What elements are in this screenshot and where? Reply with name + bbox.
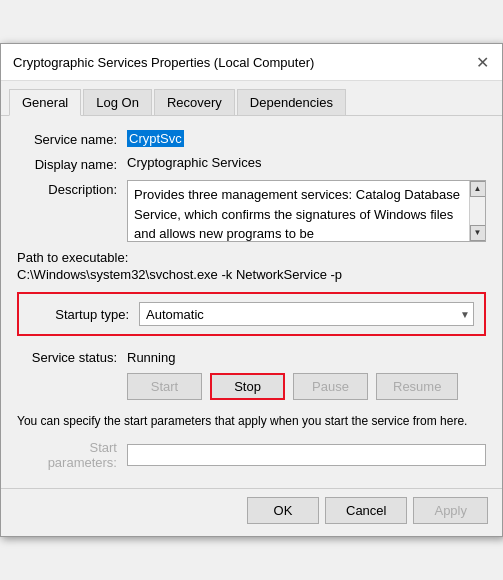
dialog-window: Cryptographic Services Properties (Local… [0, 43, 503, 537]
service-name-value: CryptSvc [127, 130, 184, 147]
path-label: Path to executable: [17, 250, 486, 265]
description-label: Description: [17, 180, 127, 197]
tab-recovery[interactable]: Recovery [154, 89, 235, 115]
tab-logon[interactable]: Log On [83, 89, 152, 115]
tab-dependencies[interactable]: Dependencies [237, 89, 346, 115]
start-params-row: Start parameters: [17, 440, 486, 470]
service-status-value: Running [127, 350, 175, 365]
service-control-buttons: Start Stop Pause Resume [17, 373, 486, 400]
description-text: Provides three management services: Cata… [134, 185, 479, 242]
description-row: Description: Provides three management s… [17, 180, 486, 242]
tab-general[interactable]: General [9, 89, 81, 116]
display-name-label: Display name: [17, 155, 127, 172]
service-name-field: CryptSvc [127, 130, 486, 147]
content-area: Service name: CryptSvc Display name: Cry… [1, 116, 502, 488]
display-name-value: Cryptographic Services [127, 155, 486, 170]
service-status-section: Service status: Running Start Stop Pause… [17, 350, 486, 400]
cancel-button[interactable]: Cancel [325, 497, 407, 524]
startup-type-label: Startup type: [29, 307, 139, 322]
resume-button[interactable]: Resume [376, 373, 458, 400]
start-params-label: Start parameters: [17, 440, 127, 470]
start-params-input[interactable] [127, 444, 486, 466]
description-box: Provides three management services: Cata… [127, 180, 486, 242]
window-title: Cryptographic Services Properties (Local… [13, 55, 314, 70]
pause-button[interactable]: Pause [293, 373, 368, 400]
description-scrollbar[interactable]: ▲ ▼ [469, 181, 485, 241]
startup-dropdown-wrapper: Automatic Manual Disabled ▼ [139, 302, 474, 326]
start-button[interactable]: Start [127, 373, 202, 400]
service-status-label: Service status: [17, 350, 127, 365]
path-section: Path to executable: C:\Windows\system32\… [17, 250, 486, 282]
startup-type-dropdown[interactable]: Automatic Manual Disabled [139, 302, 474, 326]
close-button[interactable]: ✕ [472, 52, 492, 72]
apply-button[interactable]: Apply [413, 497, 488, 524]
info-text: You can specify the start parameters tha… [17, 412, 486, 430]
path-value: C:\Windows\system32\svchost.exe -k Netwo… [17, 267, 486, 282]
stop-button[interactable]: Stop [210, 373, 285, 400]
bottom-buttons: OK Cancel Apply [1, 488, 502, 536]
display-name-row: Display name: Cryptographic Services [17, 155, 486, 172]
title-bar: Cryptographic Services Properties (Local… [1, 44, 502, 81]
startup-section: Startup type: Automatic Manual Disabled … [17, 292, 486, 336]
tab-bar: General Log On Recovery Dependencies [1, 81, 502, 116]
scrollbar-up-button[interactable]: ▲ [470, 181, 486, 197]
ok-button[interactable]: OK [247, 497, 319, 524]
status-row: Service status: Running [17, 350, 486, 365]
service-name-label: Service name: [17, 130, 127, 147]
service-name-row: Service name: CryptSvc [17, 130, 486, 147]
scrollbar-down-button[interactable]: ▼ [470, 225, 486, 241]
